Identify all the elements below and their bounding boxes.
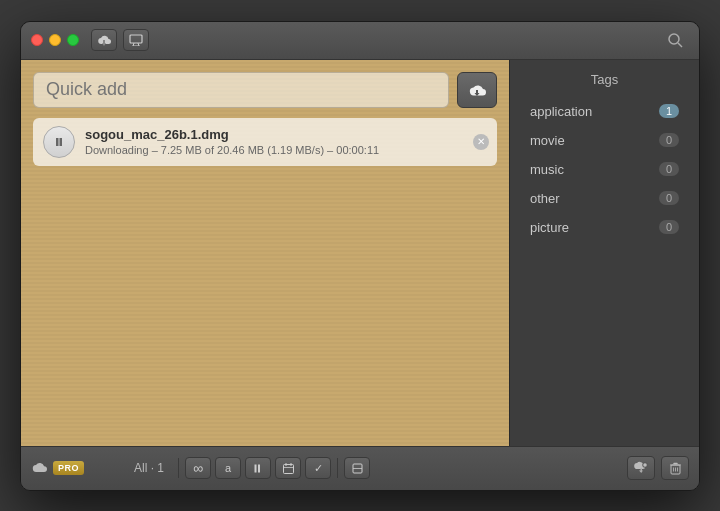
- tag-count-picture: 0: [659, 220, 679, 234]
- tag-name-music: music: [530, 162, 564, 177]
- tag-name-picture: picture: [530, 220, 569, 235]
- tag-count-application: 1: [659, 104, 679, 118]
- svg-rect-13: [258, 464, 260, 472]
- separator-1: [178, 458, 179, 478]
- tag-count-music: 0: [659, 162, 679, 176]
- tag-name-application: application: [530, 104, 592, 119]
- tags-panel: Tags application 1 movie 0 music 0 other…: [509, 60, 699, 446]
- toolbar-btn-expand[interactable]: [344, 457, 370, 479]
- maximize-button[interactable]: [67, 34, 79, 46]
- pause-button[interactable]: [43, 126, 75, 158]
- close-button[interactable]: [31, 34, 43, 46]
- bottom-bar: PRO All · 1 ∞ a ✓: [21, 446, 699, 490]
- pause-icon-bottom: [254, 464, 262, 473]
- bottom-bar-left: PRO: [31, 460, 84, 476]
- svg-rect-11: [60, 138, 63, 146]
- download-status: Downloading – 7.25 MB of 20.46 MB (1.19 …: [85, 144, 487, 156]
- tag-count-other: 0: [659, 191, 679, 205]
- tag-item-movie[interactable]: movie 0: [522, 128, 687, 153]
- svg-rect-10: [56, 138, 59, 146]
- separator-2: [337, 458, 338, 478]
- cloud-icon-bottom: [31, 461, 47, 473]
- expand-icon: [352, 463, 363, 474]
- svg-rect-14: [283, 464, 293, 473]
- tag-item-application[interactable]: application 1: [522, 99, 687, 124]
- cloud-status-icon: [31, 460, 47, 476]
- svg-point-6: [669, 34, 679, 44]
- bottom-bar-right: [627, 456, 689, 480]
- search-icon: [667, 32, 683, 48]
- toolbar-btn-pause[interactable]: [245, 457, 271, 479]
- titlebar-icons: [91, 29, 149, 51]
- titlebar: [21, 22, 699, 60]
- tags-title: Tags: [522, 72, 687, 87]
- delete-button[interactable]: [661, 456, 689, 480]
- tag-item-other[interactable]: other 0: [522, 186, 687, 211]
- download-filename: sogou_mac_26b.1.dmg: [85, 127, 487, 142]
- download-item: sogou_mac_26b.1.dmg Downloading – 7.25 M…: [33, 118, 497, 166]
- tag-item-music[interactable]: music 0: [522, 157, 687, 182]
- main-content: sogou_mac_26b.1.dmg Downloading – 7.25 M…: [21, 60, 699, 446]
- add-download-button[interactable]: [627, 456, 655, 480]
- download-info: sogou_mac_26b.1.dmg Downloading – 7.25 M…: [85, 127, 487, 156]
- bottom-bar-center: All · 1 ∞ a ✓: [90, 457, 370, 479]
- toolbar-btn-alpha[interactable]: a: [215, 457, 241, 479]
- app-window: sogou_mac_26b.1.dmg Downloading – 7.25 M…: [20, 21, 700, 491]
- pro-badge: PRO: [53, 461, 84, 475]
- quick-add-button[interactable]: [457, 72, 497, 108]
- traffic-lights: [31, 34, 79, 46]
- trash-icon: [670, 462, 681, 475]
- svg-rect-12: [255, 464, 257, 472]
- pause-icon: [54, 137, 64, 147]
- monitor-icon-button[interactable]: [123, 29, 149, 51]
- toolbar-btn-calendar[interactable]: [275, 457, 301, 479]
- add-icon: [634, 461, 648, 475]
- quick-add-input[interactable]: [33, 72, 449, 108]
- left-panel: sogou_mac_26b.1.dmg Downloading – 7.25 M…: [21, 60, 509, 446]
- svg-marker-1: [102, 43, 106, 46]
- svg-rect-2: [130, 35, 142, 43]
- remove-button[interactable]: ✕: [473, 134, 489, 150]
- quick-add-bar: [33, 72, 497, 108]
- minimize-button[interactable]: [49, 34, 61, 46]
- search-button[interactable]: [661, 26, 689, 54]
- tag-count-movie: 0: [659, 133, 679, 147]
- bottom-stats: All · 1: [134, 461, 164, 475]
- svg-marker-21: [639, 471, 643, 474]
- tag-item-picture[interactable]: picture 0: [522, 215, 687, 240]
- cloud-icon-button[interactable]: [91, 29, 117, 51]
- svg-line-7: [678, 43, 682, 47]
- download-cloud-icon: [468, 82, 486, 98]
- cloud-icon: [97, 34, 111, 46]
- tag-name-other: other: [530, 191, 560, 206]
- tag-name-movie: movie: [530, 133, 565, 148]
- monitor-icon: [129, 34, 143, 46]
- calendar-icon: [283, 463, 294, 474]
- toolbar-btn-check[interactable]: ✓: [305, 457, 331, 479]
- toolbar-btn-infinite[interactable]: ∞: [185, 457, 211, 479]
